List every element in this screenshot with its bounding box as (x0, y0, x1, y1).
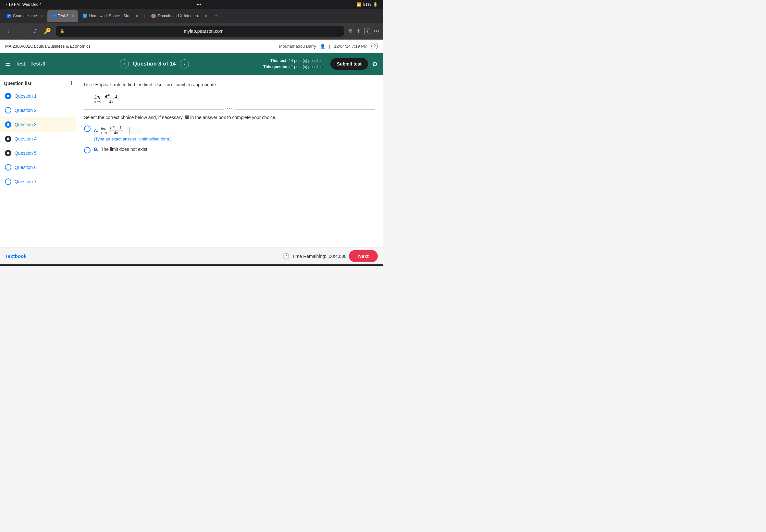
tab-separator: | (144, 13, 145, 19)
choice-b-text: The limit does not exist. (101, 147, 149, 152)
question-2-radio (5, 107, 11, 114)
microphone-icon[interactable]: 🎙 (348, 28, 353, 34)
user-icon: 👤 (320, 44, 325, 49)
share-icon[interactable]: ⬆ (356, 28, 360, 34)
reload-button[interactable]: ↺ (30, 28, 39, 35)
bottom-bar: Textbook 🕐 Time Remaining: 00:40:00 Next (0, 248, 383, 264)
sidebar-item-question-2[interactable]: Question 2 (0, 103, 76, 117)
sidebar-item-question-5[interactable]: Question 5 (0, 146, 76, 160)
choice-b-radio[interactable] (84, 147, 91, 153)
status-bar-center: ••• (197, 2, 201, 7)
tab-domain[interactable]: 🌐 Domain and X-Intercep... ✕ (147, 10, 211, 22)
sidebar-item-question-3[interactable]: Question 3 (0, 117, 76, 132)
choice-a-content: A. lim x→0 e3x − 1 4x = (Typ (94, 125, 375, 141)
divider-dots: • • • (224, 106, 235, 110)
date: Wed Dec 4 (22, 2, 42, 7)
scroll-indicator (0, 264, 383, 266)
course-name: MA 2300-001Calculus/Business & Economics (5, 44, 91, 49)
main-formula: lim x→0 e3x − 1 4x (94, 93, 375, 104)
wifi-icon: 📶 (356, 2, 361, 7)
tab-favicon-test3: P (51, 14, 56, 18)
choice-b-content: B. The limit does not exist. (94, 147, 375, 152)
tabs-icon[interactable]: 4 (364, 28, 370, 34)
question-7-label: Question 7 (15, 179, 37, 184)
sidebar-item-question-4[interactable]: Question 4 (0, 132, 76, 146)
test-label: Test: (16, 61, 27, 67)
address-bar-right: 🎙 ⬆ 4 ••• (348, 28, 379, 34)
test-name: Test-3 (30, 61, 45, 67)
lock-icon: 🔑 (43, 28, 52, 35)
tab-close-test3[interactable]: ✕ (72, 14, 74, 18)
course-user: Mouhamadou Barry 👤 | 12/04/24 7:19 PM ? (279, 43, 378, 49)
tab-favicon-domain: 🌐 (151, 14, 156, 18)
problem-statement: Use l'Hôpital's rule to find the limit. … (84, 81, 375, 88)
tab-homework[interactable]: 🌐 Homework Space - Stu... ✕ (79, 10, 142, 22)
forward-button[interactable]: › (17, 28, 26, 35)
tab-label-test3: Test-3 (58, 14, 68, 18)
address-bar: ‹ › ↺ 🔑 🔒 mylab.pearson.com 🎙 ⬆ 4 ••• (0, 23, 383, 40)
tab-test3[interactable]: P Test-3 ✕ (47, 10, 78, 22)
question-list-sidebar: Question list ⊣ Question 1 Question 2 Qu… (0, 75, 76, 248)
sidebar-item-question-1[interactable]: Question 1 (0, 89, 76, 103)
prev-question-button[interactable]: ‹ (120, 59, 129, 68)
choice-a-label: A. (94, 128, 98, 133)
status-bar: 7:19 PM Wed Dec 4 ••• 📶 91% 🔋 (0, 0, 383, 9)
next-button[interactable]: Next (349, 250, 378, 262)
help-icon[interactable]: ? (371, 43, 378, 49)
question-2-label: Question 2 (15, 108, 37, 113)
fraction-numerator: e3x − 1 (104, 93, 119, 99)
sidebar-item-question-6[interactable]: Question 6 (0, 160, 76, 175)
tab-close-course-home[interactable]: ✕ (40, 14, 43, 18)
battery-icon: 🔋 (373, 2, 378, 7)
status-bar-right: 📶 91% 🔋 (356, 2, 378, 7)
url-bar[interactable]: 🔒 mylab.pearson.com (56, 26, 344, 37)
choice-a: A. lim x→0 e3x − 1 4x = (Typ (84, 125, 375, 141)
tab-add-button[interactable]: + (212, 11, 221, 20)
lim-text: lim (94, 94, 100, 100)
question-counter: Question 3 of 14 (133, 61, 176, 67)
hamburger-icon[interactable]: ☰ (5, 60, 10, 67)
lim-subscript: x→0 (94, 100, 101, 103)
question-3-label: Question 3 (15, 122, 37, 127)
tab-course-home[interactable]: P Course Home ✕ (3, 10, 47, 22)
tab-label-homework: Homework Space - Stu... (89, 14, 132, 18)
more-icon[interactable]: ••• (373, 28, 379, 34)
question-1-radio (5, 93, 11, 99)
question-6-radio (5, 164, 11, 171)
fraction-denominator: 4x (108, 99, 115, 104)
user-name: Mouhamadou Barry (279, 44, 316, 49)
main-layout: Question list ⊣ Question 1 Question 2 Qu… (0, 75, 383, 248)
tab-favicon-course-home: P (6, 14, 11, 18)
section-divider: • • • (84, 109, 375, 110)
back-button[interactable]: ‹ (4, 28, 13, 35)
textbook-link[interactable]: Textbook (5, 253, 27, 259)
settings-icon[interactable]: ⚙ (372, 60, 378, 68)
question-nav: ‹ Question 3 of 14 › (120, 59, 188, 68)
choice-a-formula: lim x→0 e3x − 1 4x = (101, 125, 143, 135)
test-header: ☰ Test: Test-3 ‹ Question 3 of 14 › This… (0, 53, 383, 75)
battery-level: 91% (363, 2, 371, 7)
question-5-label: Question 5 (15, 151, 37, 156)
question-4-label: Question 4 (15, 136, 37, 141)
tab-favicon-homework: 🌐 (83, 14, 87, 18)
sidebar-item-question-7[interactable]: Question 7 (0, 175, 76, 189)
tab-close-homework[interactable]: ✕ (136, 14, 138, 18)
answer-input[interactable] (129, 127, 142, 134)
choice-b-label: B. (94, 147, 98, 152)
question-points: This question: 1 point(s) possible (263, 64, 322, 70)
time-remaining: 🕐 Time Remaining: 00:40:00 Next (282, 250, 378, 262)
sidebar-title: Question list (4, 81, 31, 86)
date-time: 12/04/24 7:19 PM (334, 44, 367, 49)
time-remaining-label: Time Remaining: (292, 254, 326, 259)
choice-a-radio[interactable] (84, 126, 91, 132)
tab-close-domain[interactable]: ✕ (204, 14, 207, 18)
url-text: mylab.pearson.com (67, 29, 340, 34)
url-lock-icon: 🔒 (60, 29, 65, 33)
question-7-radio (5, 178, 11, 185)
collapse-sidebar-button[interactable]: ⊣ (67, 80, 72, 86)
tab-label-domain: Domain and X-Intercep... (158, 14, 201, 18)
submit-test-button[interactable]: Submit test (330, 58, 368, 70)
test-info: This test: 14 point(s) possible This que… (263, 58, 322, 70)
next-question-button[interactable]: › (180, 59, 189, 68)
choice-a-fraction: e3x − 1 4x (109, 125, 123, 135)
